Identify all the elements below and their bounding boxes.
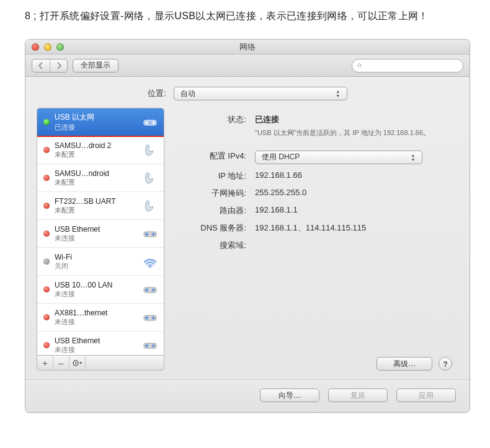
search-domain-value <box>255 240 453 251</box>
status-dot-icon <box>43 203 50 209</box>
service-list-item[interactable]: SAMSU…droid 2未配置 <box>37 136 164 164</box>
chevron-left-icon <box>37 62 45 69</box>
status-label: 状态: <box>174 114 255 138</box>
service-list[interactable]: USB 以太网已连接SAMSU…droid 2未配置SAMSU…ndroid未配… <box>37 108 164 356</box>
service-status: 已连接 <box>55 123 141 132</box>
apply-button[interactable]: 应用 <box>396 389 456 402</box>
service-gear-button[interactable] <box>69 356 86 370</box>
status-dot-icon <box>43 258 50 265</box>
phone-icon <box>141 141 159 159</box>
window-footer: 向导… 复原 应用 <box>25 379 470 412</box>
service-list-item[interactable]: AX881…thernet未连接 <box>37 304 164 332</box>
service-list-item[interactable]: SAMSU…ndroid未配置 <box>37 164 164 192</box>
advanced-button[interactable]: 高级… <box>376 357 432 371</box>
service-status: 未连接 <box>55 234 141 243</box>
service-name: Wi-Fi <box>55 253 141 261</box>
assistant-button[interactable]: 向导… <box>260 389 319 402</box>
service-status: 未配置 <box>55 206 141 215</box>
service-list-footer: + – <box>37 356 164 371</box>
instruction-text: 8 ; 打开系统偏好设置-网络，显示USB以太网已连接，表示已连接到网络，可以正… <box>25 7 465 24</box>
service-status: 未配置 <box>55 178 141 187</box>
service-status: 未连接 <box>55 289 141 299</box>
chevron-right-icon <box>55 62 63 69</box>
ip-address-value: 192.168.1.66 <box>255 170 453 182</box>
ip-address-label: IP 地址: <box>174 170 255 182</box>
service-status: 关闭 <box>55 261 141 271</box>
service-name: AX881…thernet <box>55 309 141 317</box>
search-domain-label: 搜索域: <box>174 240 255 251</box>
service-status: 未配置 <box>55 150 141 159</box>
router-value: 192.168.1.1 <box>255 205 453 216</box>
network-prefs-window: 网络 全部显示 位置: <box>25 39 470 413</box>
status-value: 已连接 <box>255 114 453 125</box>
remove-service-button[interactable]: – <box>53 356 69 370</box>
service-list-item[interactable]: USB Ethernet未连接 <box>37 332 164 356</box>
phone-icon <box>141 197 159 214</box>
eth-arrows-icon <box>141 113 159 131</box>
status-dot-icon <box>43 314 50 320</box>
status-dot-icon <box>43 342 50 348</box>
location-label: 位置: <box>148 88 166 99</box>
svg-line-1 <box>360 66 362 68</box>
show-all-button[interactable]: 全部显示 <box>73 59 118 72</box>
eth-arrows-icon <box>141 309 159 326</box>
add-service-button[interactable]: + <box>37 356 53 370</box>
service-name: USB Ethernet <box>55 225 141 234</box>
popup-knob-icon <box>333 89 343 99</box>
service-name: SAMSU…ndroid <box>55 169 141 178</box>
location-popup[interactable]: 自动 <box>174 87 347 100</box>
service-name: FT232…SB UART <box>55 197 141 206</box>
forward-button[interactable] <box>50 59 67 72</box>
service-detail: 状态: 已连接 "USB 以太网"当前是活跃的，其 IP 地址为 192.168… <box>174 108 458 371</box>
window-title: 网络 <box>25 42 470 53</box>
status-dot-icon <box>43 147 50 153</box>
eth-arrows-icon <box>141 225 159 242</box>
gear-icon <box>72 359 83 367</box>
status-dot-icon <box>43 286 50 292</box>
phone-icon <box>141 169 159 187</box>
svg-point-0 <box>358 64 361 67</box>
window-titlebar: 网络 <box>25 40 470 55</box>
dns-label: DNS 服务器: <box>174 222 255 234</box>
search-input[interactable] <box>365 61 458 70</box>
service-name: USB 以太网 <box>55 112 141 123</box>
service-name: USB Ethernet <box>55 336 141 345</box>
back-button[interactable] <box>32 59 50 72</box>
revert-button[interactable]: 复原 <box>328 389 388 402</box>
service-status: 未连接 <box>55 317 141 327</box>
dns-value: 192.168.1.1、114.114.115.115 <box>255 222 453 234</box>
config-ipv4-popup[interactable]: 使用 DHCP <box>255 151 422 164</box>
service-name: SAMSU…droid 2 <box>55 141 141 150</box>
location-value: 自动 <box>180 89 328 99</box>
service-list-item[interactable]: USB 以太网已连接 <box>37 108 164 136</box>
service-list-item[interactable]: USB 10…00 LAN未连接 <box>37 276 164 304</box>
subnet-mask-label: 子网掩码: <box>174 188 255 199</box>
config-ipv4-value: 使用 DHCP <box>262 152 403 162</box>
popup-knob-icon <box>408 152 418 162</box>
svg-point-3 <box>74 362 76 364</box>
status-desc: "USB 以太网"当前是活跃的，其 IP 地址为 192.168.1.66。 <box>255 128 453 138</box>
wifi-icon <box>141 253 159 270</box>
status-dot-icon <box>43 231 50 237</box>
location-row: 位置: 自动 <box>25 77 470 108</box>
search-field[interactable] <box>352 59 463 72</box>
service-list-item[interactable]: FT232…SB UART未配置 <box>37 192 164 220</box>
status-dot-icon <box>43 175 50 181</box>
eth-arrows-icon <box>141 336 159 354</box>
window-toolbar: 全部显示 <box>25 55 470 77</box>
service-name: USB 10…00 LAN <box>55 281 141 289</box>
router-label: 路由器: <box>174 205 255 216</box>
subnet-mask-value: 255.255.255.0 <box>255 188 453 199</box>
status-dot-icon <box>43 119 50 125</box>
eth-arrows-icon <box>141 281 159 298</box>
service-list-item[interactable]: USB Ethernet未连接 <box>37 220 164 248</box>
config-ipv4-label: 配置 IPv4: <box>174 151 255 164</box>
service-list-item[interactable]: Wi-Fi关闭 <box>37 248 164 276</box>
service-status: 未连接 <box>55 345 141 354</box>
search-icon <box>357 61 362 69</box>
help-button[interactable]: ? <box>439 357 452 371</box>
nav-back-forward <box>32 59 68 72</box>
